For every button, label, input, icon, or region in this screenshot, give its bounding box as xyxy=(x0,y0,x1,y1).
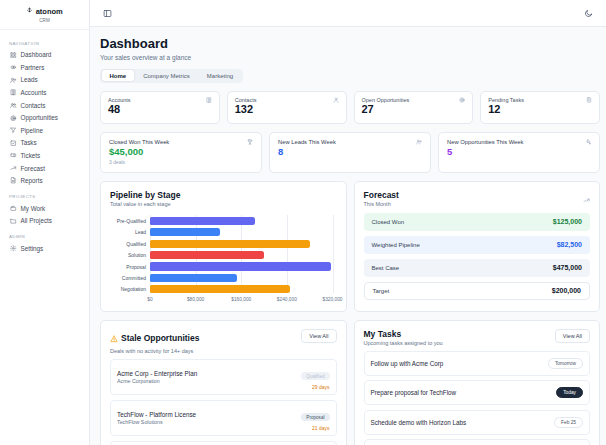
main-area: Dashboard Your sales overview at a glanc… xyxy=(90,0,606,445)
sidebar-item-label: Forecast xyxy=(21,165,46,172)
chart-bar-lead xyxy=(150,228,220,236)
stale-title: Stale Opportunities xyxy=(121,333,199,343)
tasks-view-all-button[interactable]: View All xyxy=(555,329,590,343)
sparkles-icon xyxy=(585,139,591,145)
page-title: Dashboard xyxy=(100,37,600,51)
sidebar-item-label: Settings xyxy=(21,245,44,252)
forecast-row-value: $82,500 xyxy=(557,241,582,248)
theme-toggle-button[interactable] xyxy=(582,7,595,20)
stale-days: 21 days xyxy=(301,425,329,431)
building-icon xyxy=(10,89,17,96)
sidebar-item-dashboard[interactable]: Dashboard xyxy=(7,49,82,62)
chart-category-label: Qualified xyxy=(110,241,150,247)
stale-view-all-button[interactable]: View All xyxy=(301,329,336,343)
folder-icon xyxy=(10,218,17,225)
tab-home[interactable]: Home xyxy=(102,70,135,81)
sidebar-item-partners[interactable]: Partners xyxy=(7,61,82,74)
sidebar-item-my-work[interactable]: My Work xyxy=(7,202,82,215)
tab-company-metrics[interactable]: Company Metrics xyxy=(135,70,198,81)
building-icon xyxy=(206,97,212,103)
forecast-row-closed-won: Closed Won$125,000 xyxy=(364,213,591,231)
sidebar-item-label: Leads xyxy=(21,76,38,83)
pipeline-by-stage-card: Pipeline by Stage Total value in each st… xyxy=(100,181,347,312)
brand-logo: atonom CRM xyxy=(0,0,89,30)
stat-card-pending-tasks: Pending Tasks12 xyxy=(480,91,600,124)
clipboard-icon xyxy=(586,97,592,103)
briefcase-icon xyxy=(10,205,17,212)
sidebar-item-label: Tickets xyxy=(21,152,41,159)
target-icon xyxy=(10,115,17,122)
sidebar-toggle-button[interactable] xyxy=(101,7,114,20)
sidebar-item-settings[interactable]: Settings xyxy=(7,242,82,255)
sidebar-item-leads[interactable]: Leads xyxy=(7,74,82,87)
task-title: Prepare proposal for TechFlow xyxy=(371,389,457,396)
stage-badge: Proposal xyxy=(301,413,329,421)
task-item[interactable]: Prepare proposal for TechFlowToday xyxy=(364,380,591,405)
tab-marketing[interactable]: Marketing xyxy=(199,70,241,81)
sidebar-item-label: Accounts xyxy=(21,89,47,96)
user-icon xyxy=(333,97,339,103)
middle-row: Pipeline by Stage Total value in each st… xyxy=(100,181,600,312)
target-icon xyxy=(459,97,465,103)
sidebar-item-all-projects[interactable]: All Projects xyxy=(7,215,82,228)
stat-value: 27 xyxy=(362,104,466,115)
check-square-icon xyxy=(10,140,17,147)
tasks-subtitle: Upcoming tasks assigned to you xyxy=(364,340,443,346)
weekly-value: 8 xyxy=(278,147,422,157)
trophy-icon xyxy=(247,139,253,145)
logo-icon xyxy=(26,7,33,14)
chart-category-label: Proposal xyxy=(110,264,150,270)
chart-category-label: Solution xyxy=(110,252,150,258)
due-badge: Tomorrow xyxy=(548,358,583,369)
handshake-icon xyxy=(10,64,17,71)
chart-x-axis: $0$80,000$160,000$240,000$320,000 xyxy=(110,297,337,304)
weekly-sub: 3 deals xyxy=(109,159,253,165)
task-item[interactable]: Follow up with Acme CorpTomorrow xyxy=(364,351,591,376)
sidebar-item-pipeline[interactable]: Pipeline xyxy=(7,124,82,137)
opportunity-company: TechFlow Solutions xyxy=(117,419,196,425)
forecast-row-label: Target xyxy=(373,288,390,294)
stage-badge: Qualified xyxy=(301,372,329,380)
tasks-title: My Tasks xyxy=(364,329,443,339)
brand-sub: CRM xyxy=(4,18,85,23)
weekly-label: Closed Won This Week xyxy=(109,139,169,145)
app-root: atonom CRM NavigationDashboardPartnersLe… xyxy=(0,0,606,445)
stale-opportunity-item[interactable]: Acme Corp - Enterprise PlanAcme Corporat… xyxy=(110,359,337,396)
forecast-title: Forecast xyxy=(364,190,399,200)
page-subtitle: Your sales overview at a glance xyxy=(100,54,600,61)
tasks-list: Follow up with Acme CorpTomorrowPrepare … xyxy=(364,351,591,445)
stale-opportunity-item[interactable]: Pinnacle - Annual SubscriptionPinnacle I… xyxy=(110,441,337,445)
weekly-stats-row: Closed Won This Week$45,0003 dealsNew Le… xyxy=(100,132,600,173)
weekly-card-new-opportunities-this-week: New Opportunities This Week5 xyxy=(438,132,600,173)
opportunity-name: TechFlow - Platform License xyxy=(117,411,196,418)
forecast-row-value: $200,000 xyxy=(552,287,581,294)
stats-row: Accounts48Contacts132Open Opportunities2… xyxy=(100,91,600,124)
task-item[interactable]: Review contract terms - PinnacleFeb 27 xyxy=(364,439,591,445)
sidebar-item-opportunities[interactable]: Opportunities xyxy=(7,111,82,124)
nav-section-label-navigation: Navigation xyxy=(9,41,80,46)
forecast-subtitle: This Month xyxy=(364,201,399,207)
sidebar-item-tickets[interactable]: Tickets xyxy=(7,149,82,162)
sidebar-item-accounts[interactable]: Accounts xyxy=(7,86,82,99)
stat-card-open-opportunities: Open Opportunities27 xyxy=(354,91,474,124)
forecast-row-weighted-pipeline: Weighted Pipeline$82,500 xyxy=(364,236,591,254)
sidebar-item-tasks[interactable]: Tasks xyxy=(7,137,82,150)
stat-label: Contacts xyxy=(235,97,257,103)
stale-opportunity-item[interactable]: TechFlow - Platform LicenseTechFlow Solu… xyxy=(110,400,337,437)
file-text-icon xyxy=(10,177,17,184)
sidebar-item-reports[interactable]: Reports xyxy=(7,174,82,187)
trend-up-icon xyxy=(583,190,590,208)
task-item[interactable]: Schedule demo with Horizon LabsFeb 25 xyxy=(364,410,591,435)
sidebar-item-contacts[interactable]: Contacts xyxy=(7,99,82,112)
sidebar-item-label: All Projects xyxy=(21,217,53,224)
sidebar-item-label: Opportunities xyxy=(21,114,58,121)
weekly-value: $45,000 xyxy=(109,147,253,157)
sidebar-item-forecast[interactable]: Forecast xyxy=(7,162,82,175)
sidebar-item-label: Contacts xyxy=(21,102,46,109)
forecast-row-best-case: Best Case$475,000 xyxy=(364,259,591,277)
forecast-row-value: $125,000 xyxy=(553,218,582,225)
stat-card-contacts: Contacts132 xyxy=(227,91,347,124)
forecast-row-target: Target$200,000 xyxy=(364,282,591,300)
sidebar-item-label: My Work xyxy=(21,205,46,212)
ticket-icon xyxy=(10,152,17,159)
